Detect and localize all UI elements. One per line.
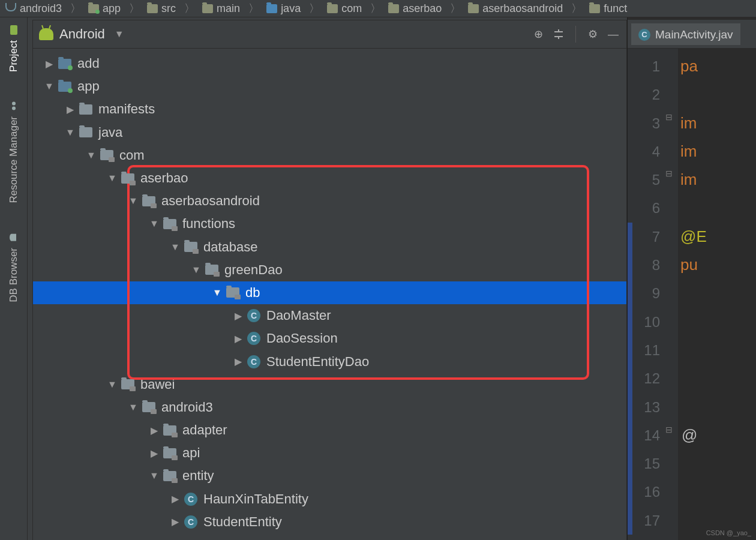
tree-item-entity[interactable]: ▼entity (33, 464, 626, 487)
package-icon (589, 4, 600, 13)
crumb-main[interactable]: main〉 (199, 1, 263, 16)
chevron-right-icon[interactable]: ▶ (233, 310, 244, 322)
tree-item-studententity[interactable]: ▶CStudentEntity (33, 511, 626, 533)
code-area[interactable]: pa im im im @E pu @ (678, 49, 756, 540)
tree-item-functions[interactable]: ▼functions (33, 212, 626, 235)
tree-item-haunxintabentity[interactable]: ▶CHaunXinTabEntity (33, 488, 626, 511)
chevron-down-icon[interactable]: ▼ (191, 265, 202, 275)
editor-tabs: C MainActivity.jav (628, 20, 756, 49)
class-icon: C (184, 515, 197, 529)
tree-item-com[interactable]: ▼com (33, 144, 626, 167)
hide-icon[interactable]: — (606, 27, 620, 41)
gutter[interactable]: ⊟ ⊟ ⊟ 1234567891011121314151617 (628, 49, 678, 540)
tree-item-android3[interactable]: ▼android3 (33, 396, 626, 419)
tree-label: app (77, 79, 100, 94)
chevron-down-icon[interactable]: ▼ (212, 287, 223, 298)
svg-point-1 (12, 107, 16, 110)
chevron-right-icon[interactable]: ▶ (170, 516, 181, 527)
chevron-right-icon[interactable]: ▶ (170, 493, 181, 505)
chevron-right-icon[interactable]: ▶ (233, 333, 244, 344)
crumb-app[interactable]: app〉 (85, 1, 143, 16)
chevron-down-icon[interactable]: ▼ (44, 81, 55, 92)
tree-item-greendao[interactable]: ▼greenDao (33, 259, 626, 281)
chevron-down-icon[interactable]: ▼ (149, 218, 160, 229)
db-browser-button[interactable]: DB Browser (8, 227, 20, 307)
select-opened-file-icon[interactable]: ⊕ (531, 27, 545, 41)
crumb-functions[interactable]: funct (586, 2, 631, 15)
crumb-aserbao[interactable]: aserbao〉 (385, 1, 464, 16)
tree-item-api[interactable]: ▶api (33, 442, 626, 464)
tree-item-db[interactable]: ▼db (33, 281, 626, 304)
tree-item-java[interactable]: ▼java (33, 121, 626, 144)
tree-item-daosession[interactable]: ▶CDaoSession (33, 327, 626, 350)
project-tool-button[interactable]: Project (8, 20, 20, 77)
chevron-right-icon[interactable]: ▶ (233, 356, 244, 367)
tab-mainactivity[interactable]: C MainActivity.jav (631, 23, 740, 45)
crumb-src[interactable]: src〉 (143, 1, 199, 16)
tree-item-daomaster[interactable]: ▶CDaoMaster (33, 304, 626, 327)
tree-label: HaunXinTabEntity (203, 491, 308, 507)
package-icon (205, 265, 218, 275)
tree-item-add[interactable]: ▶add (33, 52, 626, 75)
folder-icon (58, 59, 71, 69)
chevron-down-icon[interactable]: ▼ (65, 127, 76, 138)
tree-item-adapter[interactable]: ▶adapter (33, 419, 626, 442)
tree-label: manifests (98, 101, 155, 117)
class-icon: C (247, 309, 260, 322)
svg-point-2 (12, 102, 16, 106)
tree-label: DaoSession (266, 331, 338, 346)
chevron-down-icon[interactable]: ▼ (128, 402, 139, 413)
package-icon (327, 4, 338, 13)
view-selector[interactable]: Android (59, 26, 105, 42)
crumb-aserbaosandroid[interactable]: aserbaosandroid〉 (464, 1, 586, 16)
tree-item-manifests[interactable]: ▶manifests (33, 98, 626, 121)
package-icon (142, 196, 155, 206)
crumb-com[interactable]: com〉 (323, 1, 385, 16)
resource-manager-button[interactable]: Resource Manager (8, 96, 20, 208)
chevron-right-icon[interactable]: ▶ (149, 448, 160, 459)
tree-label: db (245, 285, 260, 301)
tree-label: adapter (182, 422, 227, 438)
chevron-down-icon[interactable]: ▼ (170, 242, 181, 253)
tree-label: database (203, 239, 258, 255)
project-tree[interactable]: ▶add▼app▶manifests▼java▼com▼aserbao▼aser… (32, 49, 627, 540)
watermark: CSDN @_yao_ (706, 529, 751, 536)
gear-icon[interactable]: ⚙ (586, 27, 600, 41)
tree-label: DaoMaster (266, 308, 331, 323)
fold-marker-icon[interactable]: ⊟ (662, 111, 676, 124)
tree-item-studententitydao[interactable]: ▶CStudentEntityDao (33, 350, 626, 373)
folder-icon (202, 4, 213, 13)
chevron-down-icon[interactable]: ▼ (128, 196, 139, 206)
crumb-root[interactable]: android3〉 (2, 1, 85, 16)
breadcrumb: android3〉 app〉 src〉 main〉 java〉 com〉 ase… (0, 0, 756, 17)
fold-marker-icon[interactable]: ⊟ (662, 424, 676, 437)
chevron-right-icon[interactable]: ▶ (65, 104, 76, 115)
chevron-down-icon[interactable]: ▼ (86, 150, 97, 161)
tree-label: com (119, 148, 145, 163)
dropdown-icon[interactable]: ▼ (115, 29, 124, 40)
collapse-all-icon[interactable] (551, 27, 566, 41)
tree-item-bawei[interactable]: ▼bawei (33, 373, 626, 396)
class-icon: C (638, 29, 650, 41)
class-icon: C (247, 332, 260, 345)
chevron-down-icon[interactable]: ▼ (107, 379, 118, 390)
tree-item-aserbao[interactable]: ▼aserbao (33, 167, 626, 190)
folder-icon (58, 82, 71, 92)
fold-marker-icon[interactable]: ⊟ (662, 167, 676, 181)
chevron-right-icon[interactable]: ▶ (149, 425, 160, 436)
folder-icon (88, 4, 99, 13)
tree-label: entity (182, 468, 214, 484)
package-icon (163, 425, 176, 436)
folder-icon (79, 104, 92, 115)
tree-item-app[interactable]: ▼app (33, 75, 626, 98)
package-icon (163, 471, 176, 481)
chevron-right-icon[interactable]: ▶ (44, 58, 55, 70)
resource-icon (8, 101, 19, 112)
crumb-java[interactable]: java〉 (263, 1, 323, 16)
tree-item-database[interactable]: ▼database (33, 236, 626, 259)
tree-label: StudentEntityDao (266, 354, 369, 370)
chevron-down-icon[interactable]: ▼ (107, 173, 118, 184)
chevron-down-icon[interactable]: ▼ (149, 470, 160, 481)
tree-item-aserbaosandroid[interactable]: ▼aserbaosandroid (33, 190, 626, 212)
module-icon (5, 3, 16, 11)
